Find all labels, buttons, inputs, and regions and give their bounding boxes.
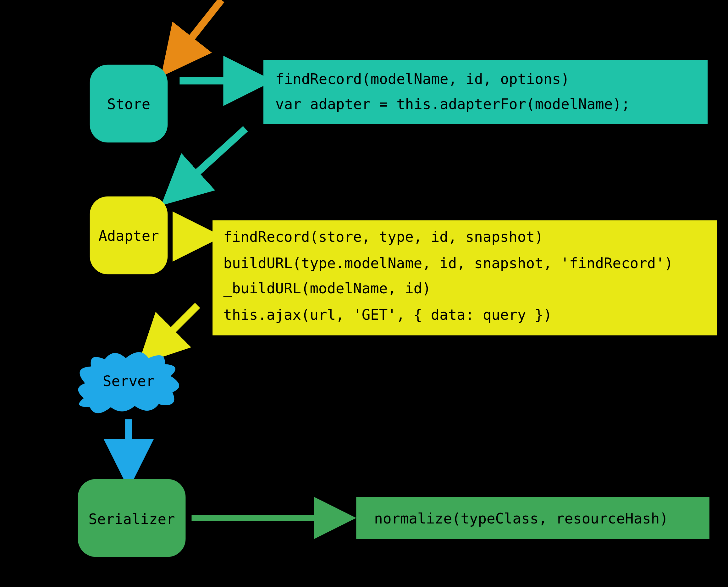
- store-code-box: [263, 60, 708, 124]
- adapter-node-label: Adapter: [98, 228, 159, 244]
- arrow-incoming-to-store: [177, 0, 222, 57]
- store-code-line-1: var adapter = this.adapterFor(modelName)…: [275, 96, 630, 113]
- serializer-node-label: Serializer: [88, 511, 175, 527]
- arrow-adapter-to-server: [155, 305, 197, 347]
- adapter-code-line-0: findRecord(store, type, id, snapshot): [223, 229, 543, 245]
- adapter-code-line-2: _buildURL(modelName, id): [223, 280, 431, 297]
- store-node-label: Store: [107, 96, 150, 113]
- server-node-label: Server: [103, 373, 155, 390]
- adapter-code-line-3: this.ajax(url, 'GET', { data: query }): [223, 307, 552, 323]
- adapter-code-line-1: buildURL(type.modelName, id, snapshot, '…: [223, 255, 673, 272]
- serializer-code-line-0: normalize(typeClass, resourceHash): [374, 510, 668, 527]
- arrow-store-to-adapter: [179, 128, 245, 188]
- store-code-line-0: findRecord(modelName, id, options): [275, 71, 569, 87]
